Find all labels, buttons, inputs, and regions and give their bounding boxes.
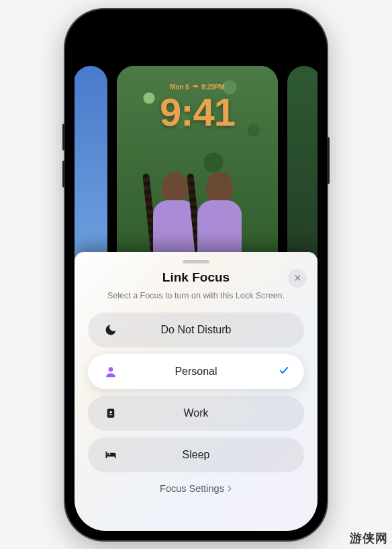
checkmark-icon bbox=[279, 365, 289, 378]
iphone-frame: Mon 6 8:29PM 9:41 Link Focus bbox=[65, 9, 327, 540]
watermark: 游侠网 bbox=[350, 530, 388, 546]
focus-option-sleep[interactable]: Sleep bbox=[88, 437, 304, 472]
link-focus-sheet: Link Focus Select a Focus to turn on wit… bbox=[75, 252, 317, 531]
lockscreen-card-prev[interactable] bbox=[75, 66, 107, 274]
sheet-title: Link Focus bbox=[88, 270, 304, 285]
focus-option-personal[interactable]: Personal bbox=[88, 354, 304, 389]
sheet-grabber[interactable] bbox=[183, 260, 209, 263]
notch bbox=[146, 19, 246, 39]
lockscreen-card-current[interactable]: Mon 6 8:29PM 9:41 bbox=[117, 66, 278, 281]
focus-option-label: Work bbox=[88, 407, 304, 419]
chevron-right-icon bbox=[227, 483, 232, 494]
focus-option-label: Do Not Disturb bbox=[88, 324, 304, 336]
close-icon bbox=[294, 272, 301, 284]
close-button[interactable] bbox=[288, 269, 307, 288]
screen: Mon 6 8:29PM 9:41 Link Focus bbox=[75, 19, 317, 531]
focus-option-label: Sleep bbox=[88, 449, 304, 461]
volume-down-button[interactable] bbox=[62, 161, 65, 187]
power-button[interactable] bbox=[327, 137, 330, 184]
lockscreen-time: 9:41 bbox=[160, 93, 235, 132]
sheet-subtitle: Select a Focus to turn on with this Lock… bbox=[88, 291, 304, 300]
focus-option-dnd[interactable]: Do Not Disturb bbox=[88, 312, 304, 347]
focus-option-label: Personal bbox=[88, 366, 304, 378]
volume-up-button[interactable] bbox=[62, 124, 65, 151]
focus-options: Do Not Disturb Personal Work bbox=[88, 312, 304, 472]
lockscreen-card-next[interactable] bbox=[287, 66, 317, 274]
focus-settings-link[interactable]: Focus Settings bbox=[160, 483, 232, 494]
focus-settings-label: Focus Settings bbox=[160, 483, 224, 494]
focus-option-work[interactable]: Work bbox=[88, 396, 304, 431]
